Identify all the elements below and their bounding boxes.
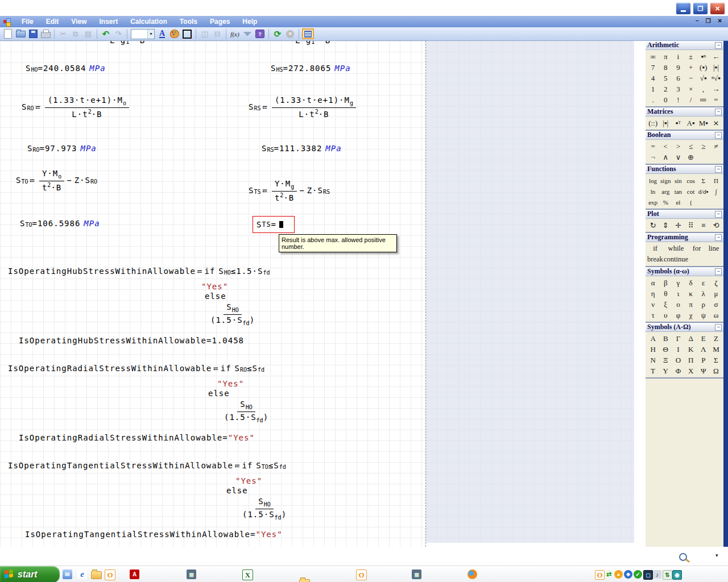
equation-partial-left[interactable]: L·g1·B <box>110 41 145 45</box>
arithmetic-key-0[interactable]: ∞ <box>647 51 659 62</box>
menu-item-2[interactable]: View <box>65 16 93 27</box>
functions-key-3[interactable]: cos <box>684 175 697 186</box>
arithmetic-key-13[interactable]: 5 <box>659 73 672 84</box>
collapse-icon[interactable]: − <box>715 42 722 49</box>
tray-eye-icon[interactable]: ◉ <box>672 570 682 580</box>
boolean-key-6[interactable]: ¬ <box>647 152 659 163</box>
greek-upper-key-22[interactable]: Ψ <box>697 365 710 376</box>
arithmetic-key-19[interactable]: 2 <box>659 84 672 94</box>
programming-key-5[interactable]: continue <box>664 254 688 265</box>
menu-item-0[interactable]: File <box>15 16 40 27</box>
functions-key-6[interactable]: ln <box>647 186 659 197</box>
greek-lower-key-9[interactable]: κ <box>684 288 697 299</box>
greek-upper-key-2[interactable]: Γ <box>672 333 684 344</box>
boolean-key-8[interactable]: ∨ <box>672 152 684 163</box>
definition-radial-allowable[interactable]: IsOperatingRadialStressWithinAllowable≔i… <box>8 361 271 423</box>
align-horizontal-icon[interactable]: ◫ <box>198 28 211 40</box>
functions-key-10[interactable]: d/d▪ <box>697 186 710 197</box>
matrices-key-0[interactable]: (::) <box>647 118 659 128</box>
matrices-key-3[interactable]: A▪ <box>684 118 697 128</box>
arithmetic-key-4[interactable]: ▪ⁿ <box>697 51 710 62</box>
greek-lower-key-11[interactable]: μ <box>710 288 722 299</box>
tray-outlook-icon[interactable]: O <box>595 570 605 580</box>
greek-lower-key-7[interactable]: θ <box>659 288 672 299</box>
acrobat-icon[interactable]: A <box>130 569 139 579</box>
outlook-express-icon[interactable]: ✉ <box>63 569 72 579</box>
functions-key-12[interactable]: exp <box>647 197 659 207</box>
matrices-key-1[interactable]: |▪| <box>659 118 672 128</box>
border-icon[interactable] <box>181 28 193 40</box>
start-button[interactable]: start <box>0 566 60 582</box>
paste-icon[interactable]: ▤ <box>82 28 94 40</box>
internet-explorer-icon[interactable]: e <box>77 569 87 579</box>
functions-key-13[interactable]: % <box>659 197 672 207</box>
open-icon[interactable] <box>14 28 27 40</box>
plot-key-1[interactable]: ⇕ <box>659 220 672 231</box>
greek-lower-key-15[interactable]: π <box>684 299 697 310</box>
matrices-key-5[interactable]: ⨯ <box>710 118 722 128</box>
functions-key-7[interactable]: arg <box>659 186 672 197</box>
tray-update-icon[interactable]: ▲ <box>614 570 623 579</box>
close-button[interactable]: ✕ <box>710 2 725 15</box>
matrices-key-2[interactable]: ▪ᵀ <box>672 118 684 128</box>
definition-sts[interactable]: STS≔ Y·Mg t2·B −Z·SRS <box>249 179 330 202</box>
boolean-key-3[interactable]: ≤ <box>684 141 697 152</box>
definition-sro[interactable]: SRO≔ (1.33·t·e+1)·Mo L·t2·B <box>22 95 131 118</box>
programming-key-2[interactable]: for <box>688 243 705 254</box>
function-icon[interactable]: f(x) <box>229 28 241 40</box>
arithmetic-key-9[interactable]: + <box>684 62 697 73</box>
greek-upper-key-10[interactable]: Λ <box>697 344 710 355</box>
boolean-key-1[interactable]: < <box>659 141 672 152</box>
arithmetic-key-25[interactable]: 0 <box>659 94 672 105</box>
boolean-key-7[interactable]: ∧ <box>659 152 672 163</box>
greek-lower-key-3[interactable]: δ <box>684 277 697 288</box>
arithmetic-key-1[interactable]: π <box>659 51 672 62</box>
result-sro[interactable]: SRO=97.973MPa <box>27 144 97 153</box>
greek-upper-key-3[interactable]: Δ <box>684 333 697 344</box>
functions-key-11[interactable]: ∫ <box>710 186 722 197</box>
arithmetic-key-18[interactable]: 1 <box>647 84 659 94</box>
definition-hub-allowable[interactable]: IsOperatingHubStressWithinAllowable≔ifSH… <box>8 264 270 326</box>
boolean-key-4[interactable]: ≥ <box>697 141 710 152</box>
task-vnc2-icon[interactable]: ▦ <box>412 569 421 579</box>
collapse-icon[interactable]: − <box>715 324 722 331</box>
functions-key-5[interactable]: Π <box>710 175 722 186</box>
tray-messenger-icon[interactable]: ❖ <box>624 570 632 579</box>
matrices-key-4[interactable]: M▪ <box>697 118 710 128</box>
collapse-icon[interactable]: − <box>715 211 722 218</box>
functions-key-2[interactable]: sin <box>672 175 684 186</box>
tray-display-icon[interactable]: ▢ <box>643 570 653 580</box>
result-sto[interactable]: STO=106.5986MPa <box>20 219 100 228</box>
font-size-combobox[interactable]: ▼ <box>131 29 155 39</box>
save-icon[interactable] <box>27 28 39 40</box>
equation-partial-right[interactable]: L·g1·B <box>295 41 330 45</box>
greek-upper-key-18[interactable]: Τ <box>647 365 659 376</box>
plot-key-5[interactable]: ⟲ <box>710 220 722 231</box>
greek-upper-key-12[interactable]: Ν <box>647 355 659 365</box>
mdi-minimize-icon[interactable]: – <box>696 18 699 24</box>
programming-key-3[interactable]: line <box>705 243 722 254</box>
restore-button[interactable]: ❐ <box>693 2 708 15</box>
task-excel-icon[interactable]: X <box>242 569 253 580</box>
chevron-down-icon[interactable]: ▾ <box>715 552 718 558</box>
greek-upper-key-4[interactable]: Ε <box>697 333 710 344</box>
task-folder-icon[interactable] <box>299 579 310 582</box>
arithmetic-key-20[interactable]: 3 <box>672 84 684 94</box>
print-icon[interactable] <box>39 28 52 40</box>
recalculate-icon[interactable]: ⟳ <box>271 28 284 40</box>
result-shs[interactable]: SHS=272.8065MPa <box>271 64 351 73</box>
arithmetic-key-11[interactable]: |▪| <box>710 62 722 73</box>
arithmetic-key-28[interactable]: ≔ <box>697 94 710 105</box>
arithmetic-key-29[interactable]: = <box>710 94 722 105</box>
greek-upper-key-8[interactable]: Ι <box>672 344 684 355</box>
tray-antivirus-icon[interactable]: ✓ <box>634 570 642 579</box>
greek-upper-key-0[interactable]: Α <box>647 333 659 344</box>
redo-icon[interactable]: ↷ <box>112 28 125 40</box>
outlook-icon[interactable]: O <box>105 569 115 580</box>
greek-lower-key-4[interactable]: ε <box>697 277 710 288</box>
greek-upper-key-13[interactable]: Ξ <box>659 355 672 365</box>
greek-lower-key-0[interactable]: α <box>647 277 659 288</box>
arithmetic-key-23[interactable]: → <box>710 84 722 94</box>
greek-upper-key-14[interactable]: Ο <box>672 355 684 365</box>
result-tangential-allowable[interactable]: IsOperatingTangentialStressWithinAllowab… <box>25 530 283 539</box>
